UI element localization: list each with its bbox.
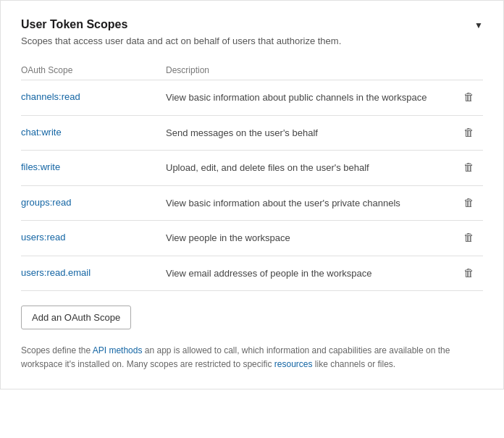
add-oauth-scope-button[interactable]: Add an OAuth Scope xyxy=(21,306,131,329)
user-token-scopes-panel: User Token Scopes ▼ Scopes that access u… xyxy=(0,0,504,389)
description-cell: View people in the workspace xyxy=(166,221,454,256)
description-cell: View email addresses of people in the wo… xyxy=(166,256,454,291)
delete-cell: 🗑 xyxy=(454,256,483,291)
delete-scope-button[interactable]: 🗑 xyxy=(463,90,474,103)
delete-cell: 🗑 xyxy=(454,115,483,151)
panel-header: User Token Scopes ▼ xyxy=(21,18,483,31)
table-row: chat:writeSend messages on the user's be… xyxy=(21,115,483,151)
scope-cell: files:write xyxy=(21,151,166,186)
table-row: users:readView people in the workspace🗑 xyxy=(21,221,483,256)
table-header-row: OAuth Scope Description xyxy=(21,61,483,80)
scope-cell: channels:read xyxy=(21,80,166,116)
chevron-down-icon[interactable]: ▼ xyxy=(474,20,483,30)
table-row: users:read.emailView email addresses of … xyxy=(21,256,483,291)
delete-scope-button[interactable]: 🗑 xyxy=(463,161,474,173)
delete-scope-button[interactable]: 🗑 xyxy=(463,231,474,243)
scope-link[interactable]: users:read.email xyxy=(21,267,91,278)
scope-cell: users:read xyxy=(21,221,166,256)
scope-cell: users:read.email xyxy=(21,256,166,291)
table-row: groups:readView basic information about … xyxy=(21,185,483,221)
scope-link[interactable]: groups:read xyxy=(21,197,71,208)
col-header-actions xyxy=(454,61,483,80)
delete-cell: 🗑 xyxy=(454,80,483,116)
description-cell: View basic information about the user's … xyxy=(166,185,454,221)
api-methods-link[interactable]: API methods xyxy=(93,345,143,355)
scope-link[interactable]: files:write xyxy=(21,161,60,172)
scope-cell: chat:write xyxy=(21,115,166,151)
scope-link[interactable]: chat:write xyxy=(21,127,62,138)
panel-subtitle: Scopes that access user data and act on … xyxy=(21,35,483,46)
description-cell: Send messages on the user's behalf xyxy=(166,115,454,151)
delete-scope-button[interactable]: 🗑 xyxy=(463,196,474,209)
footer-description: Scopes define the API methods an app is … xyxy=(21,344,483,371)
scopes-table: OAuth Scope Description channels:readVie… xyxy=(21,61,483,291)
delete-cell: 🗑 xyxy=(454,151,483,186)
scope-link[interactable]: users:read xyxy=(21,232,65,243)
table-row: channels:readView basic information abou… xyxy=(21,80,483,116)
delete-scope-button[interactable]: 🗑 xyxy=(463,126,474,138)
delete-cell: 🗑 xyxy=(454,185,483,221)
description-cell: Upload, edit, and delete files on the us… xyxy=(166,151,454,186)
delete-scope-button[interactable]: 🗑 xyxy=(463,266,474,279)
scope-cell: groups:read xyxy=(21,185,166,221)
description-cell: View basic information about public chan… xyxy=(166,80,454,116)
resources-link[interactable]: resources xyxy=(274,359,313,369)
table-row: files:writeUpload, edit, and delete file… xyxy=(21,151,483,186)
panel-title: User Token Scopes xyxy=(21,18,127,31)
footer-text-before: Scopes define the xyxy=(21,345,93,355)
footer-text-after: like channels or files. xyxy=(312,359,395,369)
delete-cell: 🗑 xyxy=(454,221,483,256)
col-header-description: Description xyxy=(166,61,454,80)
scope-link[interactable]: channels:read xyxy=(21,91,80,102)
col-header-scope: OAuth Scope xyxy=(21,61,166,80)
